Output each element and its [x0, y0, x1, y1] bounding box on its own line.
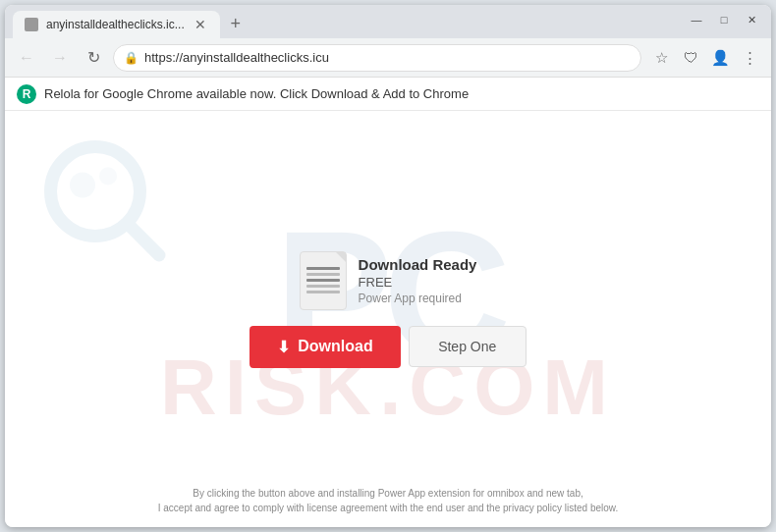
tab-close-button[interactable]: ✕: [193, 17, 208, 32]
back-icon: ←: [19, 49, 34, 67]
step-one-button[interactable]: Step One: [409, 326, 527, 367]
download-section: Download Ready FREE Power App required ⬇…: [249, 251, 526, 368]
download-icon: ⬇: [277, 338, 290, 356]
download-button-label: Download: [298, 338, 372, 355]
download-button[interactable]: ⬇ Download: [249, 326, 400, 368]
tab-area: anyinstalldealtheclicks.ic... ✕ +: [13, 5, 681, 38]
svg-point-0: [51, 147, 140, 237]
installer-line-4: [306, 285, 340, 288]
forward-button[interactable]: →: [46, 44, 74, 72]
relola-icon: R: [17, 84, 36, 104]
star-icon: ☆: [655, 49, 668, 67]
refresh-icon: ↻: [87, 48, 100, 67]
step-one-label: Step One: [438, 339, 496, 354]
title-bar: anyinstalldealtheclicks.ic... ✕ + — □ ✕: [5, 5, 771, 38]
installer-line-1: [306, 267, 340, 270]
more-icon: ⋮: [743, 49, 757, 67]
download-metadata: Download Ready FREE Power App required: [359, 256, 477, 305]
shield-button[interactable]: 🛡: [677, 44, 704, 72]
disclaimer-line-2: I accept and agree to comply with licens…: [5, 501, 771, 515]
download-buttons: ⬇ Download Step One: [249, 326, 526, 368]
svg-point-2: [70, 173, 95, 198]
navigation-bar: ← → ↻ 🔒 https://anyinstalldealtheclicks.…: [5, 38, 771, 78]
notification-bar: R Relola for Google Chrome available now…: [5, 78, 771, 111]
address-bar[interactable]: 🔒 https://anyinstalldealtheclicks.icu: [113, 44, 641, 72]
installer-file-icon: [300, 251, 347, 310]
installer-line-3: [306, 279, 340, 282]
nav-right-icons: ☆ 🛡 👤 ⋮: [647, 44, 763, 72]
svg-point-3: [99, 167, 117, 185]
account-icon: 👤: [711, 49, 730, 67]
forward-icon: →: [52, 49, 68, 67]
installer-line-5: [306, 291, 340, 293]
installer-line-2: [306, 273, 340, 276]
browser-tab[interactable]: anyinstalldealtheclicks.ic... ✕: [13, 11, 220, 38]
tab-favicon: [25, 18, 38, 31]
disclaimer-line-1: By clicking the button above and install…: [5, 486, 771, 501]
magnifier-watermark: [44, 140, 172, 268]
bookmark-button[interactable]: ☆: [647, 44, 675, 72]
close-button[interactable]: ✕: [740, 11, 763, 28]
tab-title-text: anyinstalldealtheclicks.ic...: [46, 18, 185, 31]
minimize-button[interactable]: —: [685, 11, 708, 28]
refresh-button[interactable]: ↻: [80, 44, 107, 72]
back-button[interactable]: ←: [13, 44, 40, 72]
lock-icon: 🔒: [124, 51, 139, 65]
maximize-button[interactable]: □: [712, 11, 736, 28]
browser-window: anyinstalldealtheclicks.ic... ✕ + — □ ✕ …: [5, 5, 771, 527]
notification-text: Relola for Google Chrome available now. …: [44, 86, 469, 101]
svg-line-1: [128, 224, 160, 256]
shield-icon: 🛡: [684, 49, 698, 66]
footer-disclaimer: By clicking the button above and install…: [5, 486, 771, 515]
new-tab-button[interactable]: +: [224, 12, 248, 35]
download-info: Download Ready FREE Power App required: [300, 251, 477, 310]
download-powerapp-label: Power App required: [359, 292, 477, 305]
address-text: https://anyinstalldealtheclicks.icu: [144, 50, 631, 65]
page-content: PC RISK.COM Download Ready: [5, 111, 771, 527]
download-free-label: FREE: [359, 275, 477, 290]
download-ready-label: Download Ready: [359, 256, 477, 273]
more-button[interactable]: ⋮: [736, 44, 763, 72]
account-button[interactable]: 👤: [706, 44, 734, 72]
window-controls: — □ ✕: [685, 11, 763, 28]
installer-icon-lines: [301, 259, 346, 301]
